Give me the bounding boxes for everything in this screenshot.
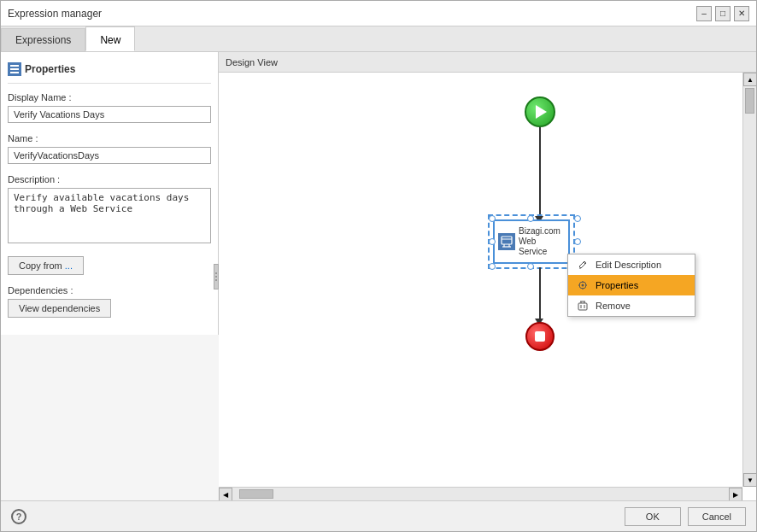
tab-bar: Expressions New [1, 26, 756, 52]
ctx-edit-description[interactable]: Edit Description [568, 254, 695, 275]
window-title: Expression manager [8, 8, 102, 20]
ctx-properties[interactable]: Properties [568, 275, 695, 295]
canvas-inner: Bizagi.com Web Service [219, 73, 756, 500]
connector-start-to-ws [539, 127, 541, 219]
name-input[interactable] [8, 147, 211, 164]
sel-handle-ml [489, 238, 496, 245]
properties-menu-icon [577, 279, 589, 291]
properties-label: Properties [25, 63, 75, 75]
sel-handle-tc [527, 215, 534, 222]
svg-rect-0 [10, 65, 19, 67]
main-content: Properties Display Name : Name : Descrip… [1, 52, 756, 500]
maximize-button[interactable]: □ [715, 6, 731, 21]
vertical-scrollbar: ▲ ▼ [742, 73, 756, 487]
copy-from-group: Copy from ... [8, 256, 211, 275]
design-view-header: Design View [219, 52, 756, 73]
horizontal-scrollbar: ◀ ▶ [219, 487, 742, 500]
play-icon [536, 105, 547, 119]
ws-box[interactable]: Bizagi.com Web Service [493, 219, 570, 264]
footer-buttons: OK Cancel [625, 507, 746, 526]
scroll-up-button[interactable]: ▲ [743, 73, 756, 86]
resizer-dot-1 [215, 272, 217, 274]
svg-rect-1 [10, 68, 19, 70]
sel-handle-bl [489, 263, 496, 270]
svg-point-11 [582, 284, 584, 287]
name-label: Name : [8, 133, 211, 143]
right-panel: Design View [219, 52, 756, 500]
tab-expressions[interactable]: Expressions [1, 28, 85, 51]
scroll-thumb-h[interactable] [239, 489, 273, 499]
end-node[interactable] [525, 322, 555, 351]
sel-handle-tl [489, 215, 496, 222]
display-name-input[interactable] [8, 106, 211, 123]
title-bar: Expression manager – □ ✕ [1, 1, 756, 26]
connector-ws-to-end [539, 267, 541, 322]
tab-new[interactable]: New [85, 26, 135, 51]
ok-button[interactable]: OK [625, 507, 681, 526]
title-bar-controls: – □ ✕ [696, 6, 749, 21]
display-name-label: Display Name : [8, 92, 211, 102]
scroll-track-h [232, 488, 729, 500]
cancel-button[interactable]: Cancel [688, 507, 746, 526]
properties-icon [8, 62, 21, 76]
stop-icon [535, 331, 545, 342]
ws-label: Bizagi.com Web Service [519, 226, 565, 257]
left-panel: Properties Display Name : Name : Descrip… [1, 52, 219, 335]
svg-rect-3 [502, 237, 512, 244]
minimize-button[interactable]: – [696, 6, 712, 21]
name-group: Name : [8, 133, 211, 164]
display-name-group: Display Name : [8, 92, 211, 123]
copy-from-ellipsis[interactable]: ... [65, 260, 73, 271]
ctx-remove[interactable]: Remove [568, 295, 695, 316]
dependencies-label: Dependencies : [8, 285, 211, 295]
design-canvas: Bizagi.com Web Service [219, 73, 756, 500]
ctx-edit-description-label: Edit Description [596, 260, 661, 270]
scroll-down-button[interactable]: ▼ [743, 473, 756, 487]
title-bar-left: Expression manager [8, 8, 102, 20]
sel-handle-mr [574, 238, 581, 245]
description-textarea[interactable]: Verify available vacations days through … [8, 188, 211, 243]
sel-handle-tr [574, 215, 581, 222]
left-panel-wrapper: Properties Display Name : Name : Descrip… [1, 52, 219, 500]
scroll-thumb-v[interactable] [745, 88, 754, 114]
close-button[interactable]: ✕ [734, 6, 749, 21]
sel-handle-bc [527, 263, 534, 270]
remove-icon [577, 300, 589, 312]
footer-left: ? [11, 509, 26, 524]
properties-panel-header: Properties [8, 59, 211, 84]
scroll-track-v [743, 86, 756, 473]
help-button[interactable]: ? [11, 509, 26, 524]
footer: ? OK Cancel [1, 500, 756, 531]
design-view-label: Design View [226, 57, 278, 67]
context-menu: Edit Description [567, 254, 695, 317]
edit-description-icon [577, 259, 589, 271]
view-dependencies-button[interactable]: View dependencies [8, 299, 111, 318]
scroll-right-button[interactable]: ▶ [729, 488, 742, 500]
start-node[interactable] [525, 96, 555, 127]
description-label: Description : [8, 174, 211, 184]
svg-rect-2 [10, 72, 19, 73]
svg-rect-16 [578, 303, 587, 310]
dependencies-group: Dependencies : View dependencies [8, 285, 211, 318]
scroll-left-button[interactable]: ◀ [219, 488, 232, 500]
ws-icon [498, 233, 515, 250]
description-group: Description : Verify available vacations… [8, 174, 211, 246]
ctx-remove-label: Remove [596, 301, 631, 311]
main-window: Expression manager – □ ✕ Expressions New [0, 0, 757, 532]
ctx-properties-label: Properties [596, 280, 638, 290]
resizer-dot-3 [215, 279, 217, 281]
resizer-dot-2 [215, 276, 217, 278]
copy-from-button[interactable]: Copy from ... [8, 256, 84, 275]
